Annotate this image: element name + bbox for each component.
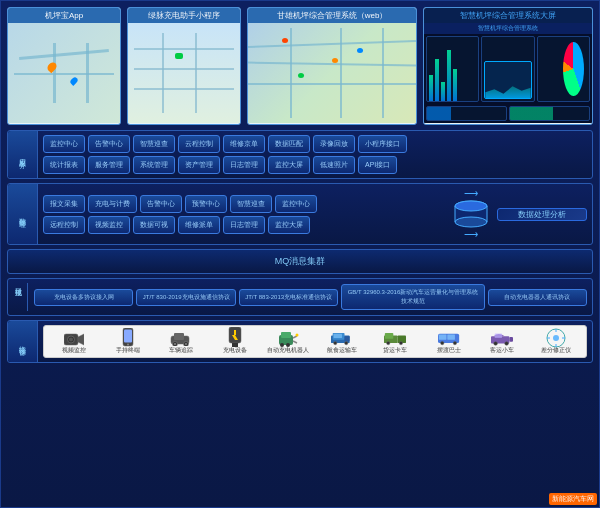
handheld-icon [117,329,139,347]
screenshot-body-1 [8,23,120,123]
svg-point-49 [494,342,498,346]
mq-section: MQ消息集群 [7,249,593,274]
svg-point-39 [387,341,390,344]
device-gps-label: 差分修正仪 [541,347,571,354]
btn-weixiu[interactable]: 维修京单 [223,135,265,153]
btn-yuncheng[interactable]: 云程控制 [178,135,220,153]
device-charger: 充电设备 [210,329,261,354]
btn-zichan[interactable]: 资产管理 [178,156,220,174]
camera-icon [63,329,85,347]
screenshot-title-1: 机坪宝App [8,8,120,23]
data-processing-panel: 数据处理分析 [497,208,587,221]
btn-luxiang[interactable]: 录像回放 [313,135,355,153]
device-catering-truck: 航食运输车 [317,329,368,354]
svg-point-3 [455,201,487,211]
screenshot-title-3: 甘雄机坪综合管理系统（web） [248,8,416,23]
protocol-3[interactable]: JT/T 883-2013充电标准通信协议 [239,289,338,306]
svg-point-18 [185,343,187,345]
dash-charts [424,34,592,104]
screenshot-title-2: 绿脉充电助手小程序 [128,8,240,23]
screenshots-row: 机坪宝App 绿脉充电助手小程序 [7,7,593,125]
btn-jiance[interactable]: 监控中心 [43,135,85,153]
device-vehicle-label: 车辆追踪 [169,347,193,354]
web-map [248,23,416,123]
btn-api[interactable]: API接口 [358,156,397,174]
btn-shujukeshi[interactable]: 数据可视 [133,216,175,234]
svg-point-26 [296,334,299,337]
device-cargo-truck: 货运卡车 [370,329,421,354]
screenshot-body-4: 智慧机坪综合管理系统 [424,23,592,123]
btn-disupingbao[interactable]: 低速照片 [313,156,355,174]
main-container: 机坪宝App 绿脉充电助手小程序 [0,0,600,508]
btn-gaojing2[interactable]: 告警中心 [140,195,182,213]
svg-rect-42 [439,335,447,340]
svg-point-16 [174,343,176,345]
svg-point-40 [399,341,402,344]
device-robot: 自动充电机器人 [263,329,314,354]
svg-point-34 [344,341,347,344]
btn-yuancheng[interactable]: 远程控制 [43,216,85,234]
svg-point-12 [127,344,129,346]
svg-rect-37 [385,333,393,339]
device-minibus: 客运小车 [477,329,528,354]
dashboard-view: 智慧机坪综合管理系统 [424,23,592,123]
btn-yujing[interactable]: 预警中心 [185,195,227,213]
btn-tongji[interactable]: 统计报表 [43,156,85,174]
data-mgmt-layout: 报文采集 充电与计费 告警中心 预警中心 智慧巡查 监控中心 远程控制 视频监控… [43,188,587,240]
btn-xitong[interactable]: 系统管理 [133,156,175,174]
catering-truck-icon [331,329,353,347]
device-handheld: 手持终端 [103,329,154,354]
db-cylinder-icon [453,199,489,229]
bus-icon [438,329,460,347]
device-gps: 差分修正仪 [531,329,582,354]
shuju-row1: 报文采集 充电与计费 告警中心 预警中心 智慧巡查 监控中心 [43,195,445,213]
mq-label: MQ消息集群 [275,256,326,266]
chart-1 [426,36,479,102]
yingyong-row2: 统计报表 服务管理 系统管理 资产管理 日志管理 监控大屏 低速照片 API接口 [43,156,587,174]
phone-map-2 [128,23,240,123]
svg-rect-14 [174,333,184,340]
btn-shuju[interactable]: 数据匹配 [268,135,310,153]
svg-point-56 [553,335,559,341]
device-vehicle-track: 车辆追踪 [156,329,207,354]
protocol-5[interactable]: 自动充电器器人通讯协议 [488,289,587,306]
device-bus: 摆渡巴士 [424,329,475,354]
btn-gaojing[interactable]: 告警中心 [88,135,130,153]
gps-icon [545,329,567,347]
btn-chongdian[interactable]: 充电与计费 [88,195,137,213]
chart-2 [481,36,534,102]
section-jiekou: 接口规范 充电设备多协议接入网 JT/T 830-2019充电设施通信协议 JT… [7,278,593,316]
protocol-4[interactable]: GB/T 32960.3-2016新动汽车运营量化与管理系统技术规范 [341,284,484,310]
protocol-1[interactable]: 充电设备多协议接入网 [34,289,133,306]
device-camera-label: 视频监控 [62,347,86,354]
btn-baowencaiji[interactable]: 报文采集 [43,195,85,213]
section-zhongduan: 终端设备 视频监控 [7,320,593,363]
btn-weixiupai[interactable]: 维修派单 [178,216,220,234]
screenshot-web: 甘雄机坪综合管理系统（web） [247,7,417,125]
device-bus-label: 摆渡巴士 [437,347,461,354]
btn-jiankongda[interactable]: 监控大屏 [268,216,310,234]
btn-fuwu[interactable]: 服务管理 [88,156,130,174]
btn-zhihuixuncha[interactable]: 智慧巡查 [230,195,272,213]
robot-icon [277,329,299,347]
device-camera: 视频监控 [49,329,100,354]
section-label-zhongduan: 终端设备 [8,321,38,362]
btn-jiankong[interactable]: 监控大屏 [268,156,310,174]
data-process-label: 数据处理分析 [518,209,566,220]
svg-point-8 [69,338,73,342]
btn-zhihui[interactable]: 智慧巡查 [133,135,175,153]
jiekou-label: 接口规范 [13,283,28,311]
svg-point-44 [440,341,443,344]
protocol-2[interactable]: JT/T 830-2019充电设施通信协议 [136,289,235,306]
svg-rect-47 [495,333,502,338]
btn-shipin[interactable]: 视频监控 [88,216,130,234]
svg-line-27 [293,341,297,343]
section-label-yingyong: 应用服务 [8,131,38,178]
btn-rizhi[interactable]: 日志管理 [223,156,265,174]
btn-jiankong2[interactable]: 监控中心 [275,195,317,213]
btn-xiaochengxu[interactable]: 小程序接口 [358,135,407,153]
svg-rect-24 [281,332,291,338]
btn-rizhi2[interactable]: 日志管理 [223,216,265,234]
screenshot-lvmai: 绿脉充电助手小程序 [127,7,241,125]
svg-point-50 [505,342,509,346]
